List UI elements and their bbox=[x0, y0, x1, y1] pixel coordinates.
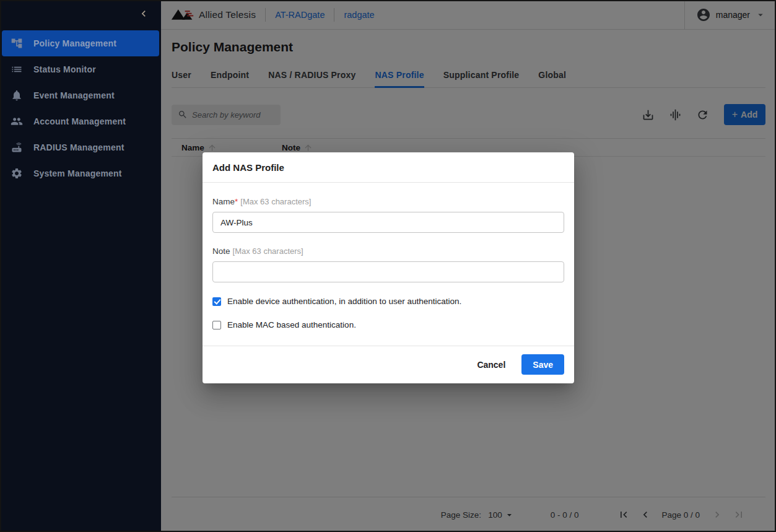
sidebar: Policy Management Status Monitor Event M… bbox=[0, 0, 161, 532]
sidebar-item-label: RADIUS Management bbox=[33, 142, 124, 152]
router-icon bbox=[11, 141, 23, 154]
sidebar-collapse-button[interactable] bbox=[136, 7, 151, 22]
policy-tree-icon bbox=[11, 37, 23, 50]
gear-icon bbox=[11, 167, 23, 180]
device-authentication-label: Enable device authentication, in additio… bbox=[227, 297, 461, 306]
app-window: Policy Management Status Monitor Event M… bbox=[0, 0, 776, 532]
sidebar-item-system-management[interactable]: System Management bbox=[2, 160, 159, 186]
sidebar-header bbox=[0, 0, 161, 30]
sidebar-nav: Policy Management Status Monitor Event M… bbox=[0, 30, 161, 186]
note-input[interactable] bbox=[212, 261, 564, 282]
sidebar-item-account-management[interactable]: Account Management bbox=[2, 108, 159, 134]
chevron-left-icon bbox=[137, 7, 150, 22]
mac-authentication-checkbox-row[interactable]: Enable MAC based authentication. bbox=[212, 320, 564, 329]
name-label: Name bbox=[212, 197, 235, 206]
list-icon bbox=[11, 63, 23, 76]
name-max-length-hint: [Max 63 characters] bbox=[240, 197, 311, 206]
name-field-group: Name*[Max 63 characters] bbox=[212, 196, 564, 233]
add-nas-profile-dialog: Add NAS Profile Name*[Max 63 characters]… bbox=[203, 152, 574, 383]
note-field-group: Note[Max 63 characters] bbox=[212, 245, 564, 282]
sidebar-item-label: Account Management bbox=[33, 116, 126, 126]
note-label: Note bbox=[212, 246, 230, 256]
people-icon bbox=[11, 115, 23, 128]
note-max-length-hint: [Max 63 characters] bbox=[233, 246, 303, 256]
save-button[interactable]: Save bbox=[521, 354, 564, 375]
mac-authentication-label: Enable MAC based authentication. bbox=[227, 320, 356, 329]
dialog-header: Add NAS Profile bbox=[203, 152, 574, 183]
sidebar-item-status-monitor[interactable]: Status Monitor bbox=[2, 56, 159, 82]
dialog-footer: Cancel Save bbox=[203, 346, 574, 383]
dialog-body: Name*[Max 63 characters] Note[Max 63 cha… bbox=[203, 183, 574, 329]
device-authentication-checkbox-row[interactable]: Enable device authentication, in additio… bbox=[212, 297, 564, 306]
cancel-button[interactable]: Cancel bbox=[468, 355, 514, 375]
sidebar-item-label: Policy Management bbox=[33, 38, 116, 48]
sidebar-item-radius-management[interactable]: RADIUS Management bbox=[2, 134, 159, 160]
checkbox-unchecked-icon[interactable] bbox=[212, 321, 221, 329]
sidebar-item-label: Event Management bbox=[33, 90, 115, 100]
sidebar-item-label: System Management bbox=[33, 168, 122, 178]
checkbox-checked-icon[interactable] bbox=[212, 297, 221, 306]
required-asterisk: * bbox=[235, 197, 238, 206]
dialog-title: Add NAS Profile bbox=[212, 162, 284, 173]
sidebar-item-policy-management[interactable]: Policy Management bbox=[2, 30, 159, 56]
sidebar-item-event-management[interactable]: Event Management bbox=[2, 82, 159, 108]
sidebar-item-label: Status Monitor bbox=[33, 64, 96, 74]
name-input[interactable] bbox=[212, 212, 564, 233]
bell-icon bbox=[11, 89, 23, 102]
